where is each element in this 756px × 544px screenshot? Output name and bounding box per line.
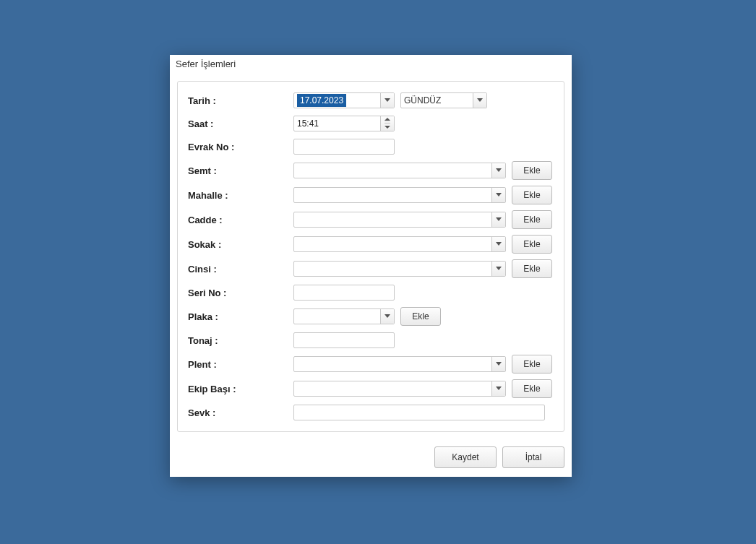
chevron-down-icon[interactable] — [491, 381, 505, 396]
tarih-datepicker[interactable]: 17.07.2023 — [293, 92, 395, 108]
plaka-ekle-button[interactable]: Ekle — [400, 307, 441, 326]
label-sevk: Sevk : — [188, 407, 293, 418]
spinner-buttons[interactable] — [380, 116, 394, 131]
chevron-down-icon[interactable] — [473, 93, 486, 108]
label-serino: Seri No : — [188, 288, 293, 298]
label-plent: Plent : — [188, 359, 293, 370]
dialog-content: Tarih : 17.07.2023 GÜNDÜZ Saat : — [170, 74, 572, 439]
row-saat: Saat : 15:41 — [188, 115, 554, 132]
row-mahalle: Mahalle : Ekle — [188, 186, 554, 204]
sefer-islemleri-dialog: Sefer İşlemleri Tarih : 17.07.2023 GÜNDÜ… — [170, 55, 572, 477]
ekipbasi-combo[interactable] — [293, 381, 506, 397]
plaka-combo[interactable] — [293, 308, 395, 324]
vardiya-value: GÜNDÜZ — [401, 95, 473, 105]
row-tarih: Tarih : 17.07.2023 GÜNDÜZ — [188, 92, 554, 109]
chevron-down-icon[interactable] — [491, 212, 505, 227]
serino-input[interactable] — [293, 285, 395, 301]
chevron-down-icon[interactable] — [380, 93, 394, 108]
chevron-down-icon[interactable] — [491, 163, 505, 178]
chevron-down-icon[interactable] — [491, 262, 505, 276]
chevron-down-icon[interactable] — [385, 124, 390, 131]
label-sokak: Sokak : — [188, 239, 293, 250]
row-cinsi: Cinsi : Ekle — [188, 259, 554, 278]
label-cadde: Cadde : — [188, 215, 293, 225]
saat-value: 15:41 — [294, 118, 380, 129]
ekipbasi-ekle-button[interactable]: Ekle — [512, 379, 552, 398]
form-groupbox: Tarih : 17.07.2023 GÜNDÜZ Saat : — [177, 81, 564, 432]
row-cadde: Cadde : Ekle — [188, 210, 554, 229]
saat-spinner[interactable]: 15:41 — [293, 116, 395, 131]
row-tonaj: Tonaj : — [188, 332, 554, 349]
chevron-down-icon[interactable] — [491, 237, 505, 251]
mahalle-combo[interactable] — [293, 187, 506, 203]
row-plaka: Plaka : Ekle — [188, 307, 554, 326]
chevron-down-icon[interactable] — [491, 357, 505, 371]
plent-combo[interactable] — [293, 356, 506, 372]
sokak-ekle-button[interactable]: Ekle — [512, 235, 552, 254]
row-sokak: Sokak : Ekle — [188, 235, 554, 254]
mahalle-ekle-button[interactable]: Ekle — [512, 186, 552, 204]
label-plaka: Plaka : — [188, 311, 293, 322]
tarih-value: 17.07.2023 — [297, 94, 346, 107]
chevron-down-icon[interactable] — [491, 188, 505, 202]
semt-ekle-button[interactable]: Ekle — [512, 161, 552, 180]
label-semt: Semt : — [188, 165, 293, 176]
row-evrakno: Evrak No : — [188, 138, 554, 155]
iptal-button[interactable]: İptal — [502, 446, 564, 468]
semt-combo[interactable] — [293, 163, 506, 178]
chevron-up-icon[interactable] — [385, 116, 390, 124]
row-serino: Seri No : — [188, 284, 554, 301]
vardiya-combo[interactable]: GÜNDÜZ — [400, 92, 487, 108]
row-ekipbasi: Ekip Başı : Ekle — [188, 379, 554, 398]
label-tonaj: Tonaj : — [188, 335, 293, 346]
label-saat: Saat : — [188, 118, 293, 129]
row-plent: Plent : Ekle — [188, 355, 554, 374]
label-cinsi: Cinsi : — [188, 264, 293, 275]
chevron-down-icon[interactable] — [380, 309, 394, 324]
label-tarih: Tarih : — [188, 95, 293, 106]
evrakno-input[interactable] — [293, 139, 395, 155]
cadde-ekle-button[interactable]: Ekle — [512, 210, 552, 229]
cadde-combo[interactable] — [293, 212, 506, 228]
cinsi-ekle-button[interactable]: Ekle — [512, 259, 552, 278]
plent-ekle-button[interactable]: Ekle — [512, 355, 552, 374]
sevk-input[interactable] — [293, 405, 545, 420]
dialog-title: Sefer İşlemleri — [170, 55, 572, 74]
label-ekipbasi: Ekip Başı : — [188, 384, 293, 394]
sokak-combo[interactable] — [293, 236, 506, 252]
label-mahalle: Mahalle : — [188, 190, 293, 201]
cinsi-combo[interactable] — [293, 261, 506, 277]
row-sevk: Sevk : — [188, 404, 554, 421]
label-evrakno: Evrak No : — [188, 142, 293, 152]
kaydet-button[interactable]: Kaydet — [434, 446, 497, 468]
tonaj-input[interactable] — [293, 332, 395, 348]
dialog-actions: Kaydet İptal — [170, 439, 572, 477]
row-semt: Semt : Ekle — [188, 161, 554, 180]
